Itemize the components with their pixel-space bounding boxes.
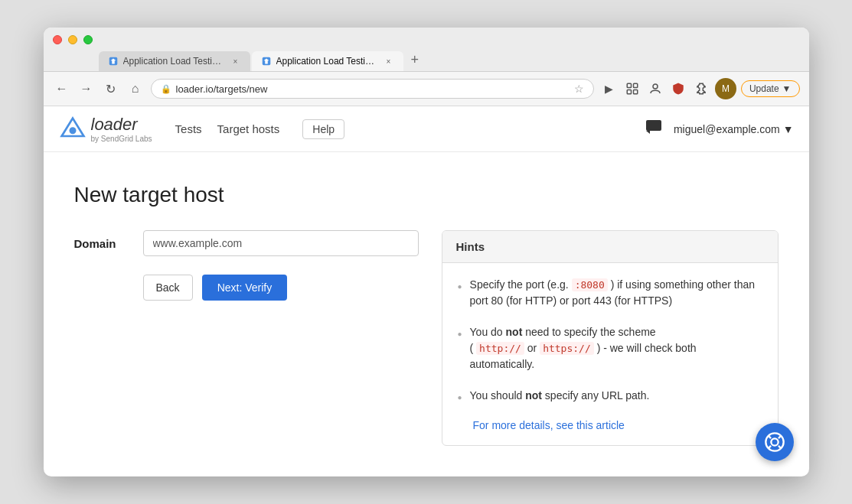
browser-window: Application Load Testing Tools × Applica… — [44, 28, 809, 476]
svg-rect-4 — [627, 90, 631, 94]
address-bar[interactable]: 🔒 loader.io/targets/new ☆ — [151, 79, 594, 99]
logo-icon — [59, 115, 87, 143]
next-verify-button[interactable]: Next: Verify — [202, 275, 288, 301]
tab-2-title: Application Load Testing Tools — [276, 56, 376, 67]
svg-line-14 — [778, 436, 780, 438]
close-dot[interactable] — [53, 35, 62, 44]
home-button[interactable]: ⌂ — [126, 80, 145, 98]
hint-bullet-3: ● — [458, 392, 462, 403]
page-title: New target host — [74, 183, 779, 207]
code-port: :8080 — [572, 278, 608, 291]
hint-text-1: Specify the port (e.g. :8080 ) if using … — [470, 277, 762, 309]
update-button[interactable]: Update ▼ — [741, 80, 800, 97]
hint-bullet-2: ● — [458, 328, 462, 340]
hint-text-2: You do not need to specify the scheme ( … — [470, 324, 762, 372]
hints-box: Hints ● Specify the port (e.g. :8080 ) i… — [442, 230, 779, 446]
form-actions: Back Next: Verify — [143, 275, 419, 301]
app-navbar: loader by SendGrid Labs Tests Target hos… — [44, 106, 809, 152]
hints-body: ● Specify the port (e.g. :8080 ) if usin… — [442, 263, 778, 445]
code-http: http:// — [476, 342, 524, 355]
shield-extension-icon[interactable] — [669, 80, 687, 98]
update-chevron-icon: ▼ — [782, 83, 792, 94]
svg-line-13 — [778, 446, 780, 448]
svg-rect-5 — [633, 90, 637, 94]
back-button[interactable]: Back — [143, 275, 193, 301]
logo-text: loader by SendGrid Labs — [91, 115, 152, 143]
reload-button[interactable]: ↻ — [102, 80, 120, 98]
lifebuoy-icon — [764, 431, 785, 453]
hints-header: Hints — [442, 231, 778, 263]
extension-icon-1[interactable] — [623, 80, 641, 98]
hint-text-3: You should not specify any URL path. — [470, 388, 762, 404]
toolbar-actions: ▶ — [600, 78, 800, 99]
logo-sub: by SendGrid Labs — [91, 135, 152, 143]
svg-point-6 — [653, 84, 658, 89]
lock-icon: 🔒 — [161, 84, 171, 94]
avatar[interactable]: M — [715, 78, 736, 99]
browser-body: loader by SendGrid Labs Tests Target hos… — [44, 106, 809, 476]
user-dropdown-icon: ▼ — [783, 123, 794, 135]
domain-form-group: Domain — [74, 230, 419, 256]
forward-nav-button[interactable]: → — [77, 80, 96, 98]
app-nav-links: Tests Target hosts — [175, 122, 280, 135]
puzzle-icon[interactable] — [692, 80, 710, 98]
tabs-row: Application Load Testing Tools × Applica… — [99, 50, 800, 71]
svg-rect-9 — [646, 120, 661, 131]
main-content: New target host Domain Back Next: Verify… — [44, 152, 809, 476]
address-bar-row: ← → ↻ ⌂ 🔒 loader.io/targets/new ☆ ▶ — [44, 72, 809, 106]
bookmark-icon[interactable]: ☆ — [574, 83, 584, 95]
logo-name: loader — [91, 115, 152, 135]
domain-label: Domain — [74, 237, 128, 250]
code-https: https:// — [540, 342, 594, 355]
svg-line-15 — [768, 446, 770, 448]
screencast-icon[interactable]: ▶ — [600, 80, 619, 98]
tab-favicon-1 — [108, 56, 119, 67]
svg-line-12 — [768, 436, 770, 438]
browser-tab-2[interactable]: Application Load Testing Tools × — [252, 51, 403, 71]
logo-area[interactable]: loader by SendGrid Labs — [59, 115, 152, 143]
hint-item-2: ● You do not need to specify the scheme … — [458, 324, 762, 372]
update-label: Update — [749, 83, 779, 94]
svg-point-11 — [771, 438, 778, 445]
svg-rect-3 — [633, 83, 637, 87]
domain-input[interactable] — [143, 230, 419, 256]
hint-item-1: ● Specify the port (e.g. :8080 ) if usin… — [458, 277, 762, 309]
nav-link-tests[interactable]: Tests — [175, 122, 202, 135]
hint-item-3: ● You should not specify any URL path. — [458, 388, 762, 404]
chat-icon[interactable] — [645, 118, 663, 140]
profile-icon[interactable] — [646, 80, 664, 98]
nav-link-target-hosts[interactable]: Target hosts — [217, 122, 280, 135]
help-button[interactable]: Help — [302, 119, 344, 139]
user-email: miguel@example.com — [674, 123, 780, 135]
new-tab-button[interactable]: + — [405, 50, 426, 70]
form-section: Domain Back Next: Verify — [74, 230, 419, 301]
tab-1-title: Application Load Testing Tools — [123, 56, 223, 67]
tab-2-close[interactable]: × — [384, 56, 394, 67]
form-hints-row: Domain Back Next: Verify Hints ● — [74, 230, 779, 446]
back-nav-button[interactable]: ← — [53, 80, 71, 98]
title-bar: Application Load Testing Tools × Applica… — [44, 28, 809, 72]
svg-point-8 — [69, 127, 76, 134]
navbar-right: miguel@example.com ▼ — [645, 118, 794, 140]
tab-favicon-2 — [261, 56, 272, 67]
minimize-dot[interactable] — [68, 35, 77, 44]
window-controls — [53, 35, 800, 44]
user-menu[interactable]: miguel@example.com ▼ — [674, 123, 794, 135]
svg-rect-2 — [627, 83, 631, 87]
hints-more-details-link[interactable]: For more details, see this article — [473, 419, 762, 431]
tab-1-close[interactable]: × — [230, 56, 241, 67]
hint-bullet-1: ● — [458, 281, 462, 292]
fab-button[interactable] — [756, 423, 794, 461]
maximize-dot[interactable] — [83, 35, 93, 44]
browser-tab-1[interactable]: Application Load Testing Tools × — [99, 51, 250, 71]
address-text: loader.io/targets/new — [176, 83, 570, 95]
